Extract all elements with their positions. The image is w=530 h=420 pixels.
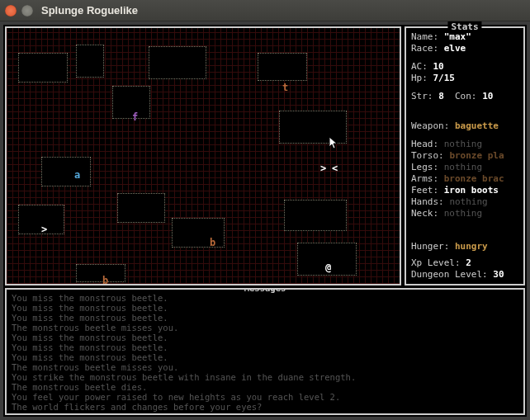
neck-label: Neck: (411, 208, 438, 219)
hunger-value: hungry (455, 241, 488, 252)
arms-label: Arms: (411, 173, 438, 184)
feet-value: iron boots (444, 185, 499, 196)
xp-value: 2 (466, 257, 471, 268)
dungeon-room (18, 53, 68, 83)
dlvl-value: 30 (493, 269, 504, 280)
dungeon-room (149, 46, 206, 79)
message-line: You miss the monstrous beetle. (12, 293, 518, 303)
message-line: The monstrous beetle misses you. (12, 323, 518, 333)
minimize-icon[interactable] (21, 5, 33, 17)
message-line: You miss the monstrous beetle. (12, 313, 518, 323)
map-glyph-stairs_down: > (320, 163, 326, 173)
dungeon-room (258, 53, 307, 81)
message-line: The world flickers and changes before yo… (12, 402, 518, 412)
message-line: You miss the monstrous beetle. (12, 352, 518, 362)
message-line: You miss the monstrous beetle. (12, 333, 518, 342)
dungeon-room (172, 218, 225, 248)
name-label: Name: (411, 31, 438, 42)
str-value: 8 (438, 91, 444, 101)
message-line: The monstrous beetle misses you. (12, 362, 518, 372)
xp-label: Xp Level: (411, 257, 461, 268)
map-glyph-stairs_up: < (332, 163, 338, 173)
dlvl-label: Dungeon Level: (411, 269, 488, 280)
dungeon-room (284, 200, 347, 231)
message-line: You take off the ring of teleportation. (12, 412, 518, 415)
messages-title: Messages (241, 288, 290, 293)
messages-panel: Messages You miss the monstrous beetle.Y… (5, 288, 525, 415)
head-value: nothing (444, 139, 482, 149)
map-glyph-item_a: a (74, 170, 80, 180)
legs-value: nothing (444, 162, 482, 172)
close-icon[interactable] (5, 5, 17, 17)
head-label: Head: (411, 139, 438, 149)
dungeon-room (41, 157, 91, 186)
message-line: You miss the monstrous beetle. (12, 303, 518, 313)
weapon-value: baguette (455, 120, 499, 131)
map-glyph-monster_b: b (102, 276, 108, 286)
dungeon-room (117, 193, 165, 223)
torso-label: Torso: (411, 150, 444, 161)
race-label: Race: (411, 43, 438, 54)
hp-value: 7/15 (433, 73, 456, 83)
map-glyph-monster_f: f (132, 112, 138, 122)
game-area: >tfa><b@b Stats Name: "max" Race: elve A… (3, 25, 527, 417)
dungeon-room (76, 45, 104, 78)
map-glyph-player: @ (325, 262, 331, 272)
map-glyph-stairs_down: > (41, 224, 47, 234)
hands-label: Hands: (411, 196, 444, 207)
window-title: Splunge Roguelike (41, 4, 138, 17)
dungeon-room (279, 111, 347, 144)
message-line: You strike the monstrous beetle with ins… (12, 372, 518, 382)
hp-label: Hp: (411, 73, 428, 83)
dungeon-room (112, 86, 150, 119)
str-label: Str: (411, 91, 433, 101)
stats-panel: Stats Name: "max" Race: elve AC: 10 Hp: … (405, 26, 525, 286)
neck-value: nothing (444, 208, 482, 219)
map-glyph-monster_t: t (282, 83, 288, 92)
message-line: You miss the monstrous beetle. (12, 342, 518, 352)
hands-value: nothing (449, 196, 487, 207)
ac-label: AC: (411, 61, 428, 72)
dungeon-room (76, 264, 125, 282)
legs-label: Legs: (411, 162, 438, 172)
window-titlebar: Splunge Roguelike (0, 0, 530, 21)
race-value: elve (444, 43, 466, 54)
hunger-label: Hunger: (411, 241, 449, 252)
torso-value: bronze pla (449, 150, 504, 161)
message-line: You feel your power raised to new height… (12, 392, 518, 402)
con-label: Con: (455, 91, 477, 101)
con-value: 10 (482, 91, 493, 101)
message-line: The monstrous beetle dies. (12, 382, 518, 392)
arms-value: bronze brac (444, 173, 504, 184)
stats-title: Stats (447, 21, 481, 33)
map-panel[interactable]: >tfa><b@b (5, 26, 401, 286)
map-glyph-monster_b: b (210, 238, 215, 248)
feet-label: Feet: (411, 185, 438, 196)
weapon-label: Weapon: (411, 120, 449, 131)
ac-value: 10 (433, 61, 444, 72)
